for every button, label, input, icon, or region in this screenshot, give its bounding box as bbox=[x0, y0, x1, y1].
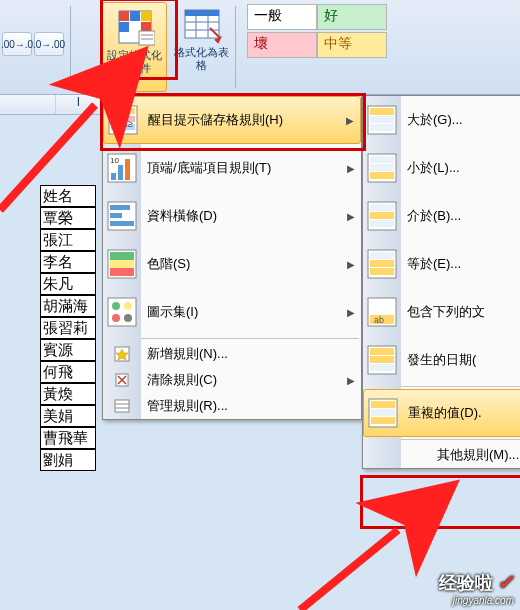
svg-rect-21 bbox=[110, 205, 130, 210]
col-I[interactable]: I bbox=[56, 95, 102, 114]
header-cell[interactable]: 姓名 bbox=[40, 185, 96, 207]
svg-rect-49 bbox=[370, 252, 394, 259]
svg-rect-57 bbox=[370, 356, 394, 363]
svg-point-29 bbox=[112, 302, 120, 310]
menu-highlight-cells-rules[interactable]: ≤≥ 醒目提示儲存格規則(H) ▶ bbox=[103, 96, 361, 144]
grid[interactable]: 姓名覃榮張江李名朱凡胡滿海張習莉賓源何飛黃煥美娟曹飛華劉娟 bbox=[0, 185, 96, 471]
svg-rect-7 bbox=[139, 31, 155, 45]
color-scales-icon bbox=[107, 249, 137, 279]
style-bad[interactable]: 壞 bbox=[247, 32, 317, 58]
submenu-greater-than[interactable]: 大於(G)... bbox=[363, 96, 520, 144]
svg-text:ab: ab bbox=[374, 315, 384, 325]
svg-rect-22 bbox=[110, 213, 122, 218]
menu-label: 重複的值(D). bbox=[408, 404, 482, 422]
menu-label: 管理規則(R)... bbox=[147, 397, 228, 415]
menu-color-scales[interactable]: 色階(S) ▶ bbox=[103, 240, 361, 288]
svg-rect-62 bbox=[371, 417, 395, 424]
menu-top-bottom-rules[interactable]: 10 頂端/底端項目規則(T) ▶ bbox=[103, 144, 361, 192]
name-cell[interactable]: 張江 bbox=[40, 229, 96, 251]
submenu-text-contains[interactable]: ab 包含下列的文 bbox=[363, 288, 520, 336]
name-cell[interactable]: 朱凡 bbox=[40, 273, 96, 295]
svg-rect-56 bbox=[370, 348, 394, 355]
manage-rules-icon bbox=[114, 398, 130, 414]
name-cell[interactable]: 曹飛華 bbox=[40, 427, 96, 449]
svg-rect-45 bbox=[370, 204, 394, 211]
svg-rect-9 bbox=[185, 10, 219, 16]
svg-rect-4 bbox=[119, 22, 129, 32]
style-normal[interactable]: 一般 bbox=[247, 4, 317, 30]
svg-rect-1 bbox=[119, 11, 129, 21]
menu-label: 清除規則(C) bbox=[147, 371, 217, 389]
watermark: 经验啦 ✓ jingyanla.com bbox=[439, 570, 514, 606]
name-cell[interactable]: 覃榮 bbox=[40, 207, 96, 229]
menu-label: 新增規則(N)... bbox=[147, 345, 228, 363]
data-bars-icon bbox=[107, 201, 137, 231]
menu-label: 圖示集(I) bbox=[147, 303, 198, 321]
submenu-between[interactable]: 介於(B)... bbox=[363, 192, 520, 240]
submenu-date-occurring[interactable]: 發生的日期( bbox=[363, 336, 520, 384]
conditional-formatting-icon bbox=[115, 7, 155, 47]
svg-rect-35 bbox=[115, 400, 129, 412]
svg-rect-16 bbox=[111, 173, 116, 180]
svg-rect-25 bbox=[110, 252, 134, 260]
menu-clear-rules[interactable]: 清除規則(C) ▶ bbox=[103, 367, 361, 393]
svg-rect-51 bbox=[370, 268, 394, 275]
date-occurring-icon bbox=[367, 345, 397, 375]
name-cell[interactable]: 張習莉 bbox=[40, 317, 96, 339]
submenu-arrow-icon: ▶ bbox=[347, 375, 355, 386]
format-as-table-button[interactable]: 格式化為表格 bbox=[169, 0, 234, 94]
name-cell[interactable]: 胡滿海 bbox=[40, 295, 96, 317]
icon-sets-icon bbox=[107, 297, 137, 327]
name-cell[interactable]: 美娟 bbox=[40, 405, 96, 427]
increase-decimal-button[interactable]: .00→.0 bbox=[2, 32, 32, 56]
name-cell[interactable]: 何飛 bbox=[40, 361, 96, 383]
style-good[interactable]: 好 bbox=[317, 4, 387, 30]
menu-new-rule[interactable]: 新增規則(N)... bbox=[103, 341, 361, 367]
submenu-duplicate-values[interactable]: 重複的值(D). bbox=[363, 389, 520, 437]
format-as-table-icon bbox=[182, 4, 222, 44]
name-cell[interactable]: 劉娟 bbox=[40, 449, 96, 471]
text-contains-icon: ab bbox=[367, 297, 397, 327]
dec-dec-label: .0→.00 bbox=[33, 39, 65, 50]
svg-rect-41 bbox=[370, 156, 394, 163]
svg-text:10: 10 bbox=[110, 156, 119, 165]
menu-label: 等於(E)... bbox=[407, 255, 461, 273]
cell-styles-gallery[interactable]: 一般 好 壞 中等 bbox=[247, 0, 387, 94]
svg-point-31 bbox=[112, 314, 120, 322]
menu-label: 資料橫條(D) bbox=[147, 207, 217, 225]
menu-label: 其他規則(M)... bbox=[437, 446, 519, 464]
svg-rect-17 bbox=[118, 165, 123, 180]
clear-rules-icon bbox=[114, 372, 130, 388]
highlight-rules-submenu: 大於(G)... 小於(L)... 介於(B)... 等於(E)... ab 包… bbox=[362, 95, 520, 469]
highlight-rules-icon: ≤≥ bbox=[108, 105, 138, 135]
conditional-formatting-button[interactable]: 設定格式化的條件 bbox=[102, 2, 167, 92]
svg-rect-18 bbox=[125, 159, 130, 180]
menu-manage-rules[interactable]: 管理規則(R)... bbox=[103, 393, 361, 419]
svg-rect-46 bbox=[370, 212, 394, 219]
svg-rect-11 bbox=[111, 108, 135, 114]
submenu-less-than[interactable]: 小於(L)... bbox=[363, 144, 520, 192]
svg-rect-27 bbox=[110, 268, 134, 276]
decrease-decimal-button[interactable]: .0→.00 bbox=[34, 32, 64, 56]
menu-label: 頂端/底端項目規則(T) bbox=[147, 159, 271, 177]
ribbon: .00→.0 .0→.00 設定格式化的條件 bbox=[0, 0, 520, 95]
menu-icon-sets[interactable]: 圖示集(I) ▶ bbox=[103, 288, 361, 336]
conditional-formatting-label: 設定格式化的條件 bbox=[105, 49, 164, 75]
name-cell[interactable]: 黃煥 bbox=[40, 383, 96, 405]
conditional-format-menu: ≤≥ 醒目提示儲存格規則(H) ▶ 10 頂端/底端項目規則(T) ▶ 資料橫條… bbox=[102, 95, 362, 420]
less-than-icon bbox=[367, 153, 397, 183]
svg-rect-2 bbox=[130, 11, 140, 21]
menu-data-bars[interactable]: 資料橫條(D) ▶ bbox=[103, 192, 361, 240]
style-neutral[interactable]: 中等 bbox=[317, 32, 387, 58]
svg-rect-43 bbox=[370, 172, 394, 179]
submenu-equal-to[interactable]: 等於(E)... bbox=[363, 240, 520, 288]
submenu-more-rules[interactable]: 其他規則(M)... bbox=[363, 442, 520, 468]
equal-to-icon bbox=[367, 249, 397, 279]
name-cell[interactable]: 賓源 bbox=[40, 339, 96, 361]
name-cell[interactable]: 李名 bbox=[40, 251, 96, 273]
duplicate-values-icon bbox=[368, 398, 398, 428]
svg-rect-3 bbox=[141, 11, 151, 21]
annotation-box-3 bbox=[360, 475, 520, 529]
svg-rect-38 bbox=[370, 116, 394, 123]
menu-label: 介於(B)... bbox=[407, 207, 461, 225]
